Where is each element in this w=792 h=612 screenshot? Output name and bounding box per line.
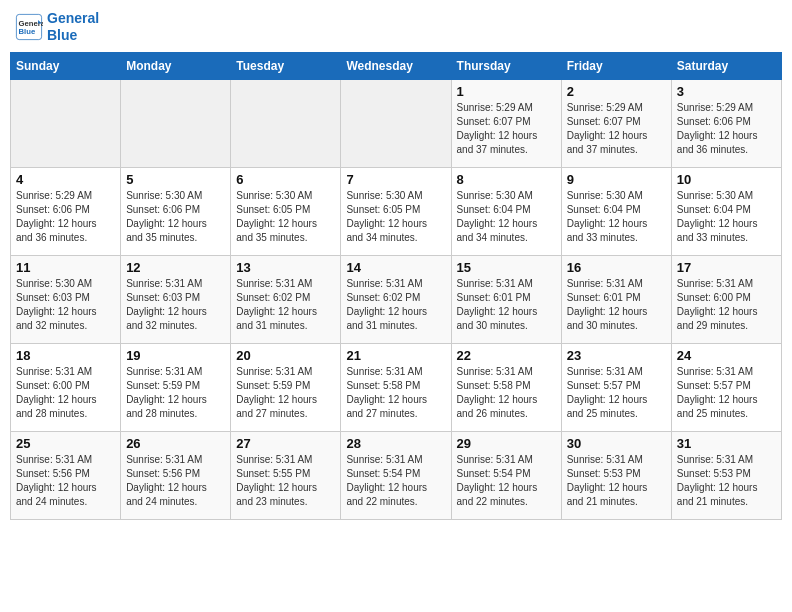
svg-text:Blue: Blue [19, 27, 36, 36]
day-info: Sunrise: 5:29 AM Sunset: 6:07 PM Dayligh… [457, 101, 556, 157]
day-info: Sunrise: 5:31 AM Sunset: 5:59 PM Dayligh… [236, 365, 335, 421]
day-number: 15 [457, 260, 556, 275]
weekday-header: Wednesday [341, 52, 451, 79]
day-info: Sunrise: 5:31 AM Sunset: 5:57 PM Dayligh… [567, 365, 666, 421]
calendar-cell: 13Sunrise: 5:31 AM Sunset: 6:02 PM Dayli… [231, 255, 341, 343]
day-number: 10 [677, 172, 776, 187]
calendar-cell: 6Sunrise: 5:30 AM Sunset: 6:05 PM Daylig… [231, 167, 341, 255]
day-info: Sunrise: 5:31 AM Sunset: 6:00 PM Dayligh… [677, 277, 776, 333]
calendar-week: 18Sunrise: 5:31 AM Sunset: 6:00 PM Dayli… [11, 343, 782, 431]
calendar-cell: 9Sunrise: 5:30 AM Sunset: 6:04 PM Daylig… [561, 167, 671, 255]
day-number: 18 [16, 348, 115, 363]
day-info: Sunrise: 5:31 AM Sunset: 6:01 PM Dayligh… [567, 277, 666, 333]
calendar-cell [121, 79, 231, 167]
day-info: Sunrise: 5:31 AM Sunset: 5:53 PM Dayligh… [677, 453, 776, 509]
day-number: 9 [567, 172, 666, 187]
day-info: Sunrise: 5:30 AM Sunset: 6:04 PM Dayligh… [677, 189, 776, 245]
day-number: 3 [677, 84, 776, 99]
calendar-cell: 16Sunrise: 5:31 AM Sunset: 6:01 PM Dayli… [561, 255, 671, 343]
calendar-cell: 7Sunrise: 5:30 AM Sunset: 6:05 PM Daylig… [341, 167, 451, 255]
day-number: 8 [457, 172, 556, 187]
day-number: 29 [457, 436, 556, 451]
calendar-week: 1Sunrise: 5:29 AM Sunset: 6:07 PM Daylig… [11, 79, 782, 167]
day-number: 23 [567, 348, 666, 363]
weekday-header: Monday [121, 52, 231, 79]
day-info: Sunrise: 5:31 AM Sunset: 6:02 PM Dayligh… [236, 277, 335, 333]
day-number: 14 [346, 260, 445, 275]
calendar-cell: 15Sunrise: 5:31 AM Sunset: 6:01 PM Dayli… [451, 255, 561, 343]
calendar-cell: 28Sunrise: 5:31 AM Sunset: 5:54 PM Dayli… [341, 431, 451, 519]
day-info: Sunrise: 5:31 AM Sunset: 5:57 PM Dayligh… [677, 365, 776, 421]
day-info: Sunrise: 5:29 AM Sunset: 6:06 PM Dayligh… [16, 189, 115, 245]
calendar-week: 11Sunrise: 5:30 AM Sunset: 6:03 PM Dayli… [11, 255, 782, 343]
day-info: Sunrise: 5:31 AM Sunset: 5:58 PM Dayligh… [457, 365, 556, 421]
calendar-cell: 23Sunrise: 5:31 AM Sunset: 5:57 PM Dayli… [561, 343, 671, 431]
calendar-cell: 24Sunrise: 5:31 AM Sunset: 5:57 PM Dayli… [671, 343, 781, 431]
weekday-header: Sunday [11, 52, 121, 79]
day-info: Sunrise: 5:30 AM Sunset: 6:05 PM Dayligh… [346, 189, 445, 245]
day-info: Sunrise: 5:30 AM Sunset: 6:04 PM Dayligh… [567, 189, 666, 245]
day-number: 16 [567, 260, 666, 275]
day-number: 17 [677, 260, 776, 275]
calendar-cell: 29Sunrise: 5:31 AM Sunset: 5:54 PM Dayli… [451, 431, 561, 519]
day-info: Sunrise: 5:31 AM Sunset: 5:59 PM Dayligh… [126, 365, 225, 421]
calendar-cell: 25Sunrise: 5:31 AM Sunset: 5:56 PM Dayli… [11, 431, 121, 519]
day-number: 28 [346, 436, 445, 451]
weekday-header: Saturday [671, 52, 781, 79]
day-info: Sunrise: 5:30 AM Sunset: 6:03 PM Dayligh… [16, 277, 115, 333]
day-info: Sunrise: 5:31 AM Sunset: 5:54 PM Dayligh… [346, 453, 445, 509]
logo: General Blue GeneralBlue [15, 10, 99, 44]
calendar-cell: 20Sunrise: 5:31 AM Sunset: 5:59 PM Dayli… [231, 343, 341, 431]
day-number: 2 [567, 84, 666, 99]
calendar-cell: 5Sunrise: 5:30 AM Sunset: 6:06 PM Daylig… [121, 167, 231, 255]
day-number: 27 [236, 436, 335, 451]
calendar-cell [11, 79, 121, 167]
calendar-cell: 8Sunrise: 5:30 AM Sunset: 6:04 PM Daylig… [451, 167, 561, 255]
calendar-week: 25Sunrise: 5:31 AM Sunset: 5:56 PM Dayli… [11, 431, 782, 519]
day-number: 22 [457, 348, 556, 363]
day-info: Sunrise: 5:31 AM Sunset: 5:56 PM Dayligh… [16, 453, 115, 509]
calendar-cell: 3Sunrise: 5:29 AM Sunset: 6:06 PM Daylig… [671, 79, 781, 167]
calendar-cell: 31Sunrise: 5:31 AM Sunset: 5:53 PM Dayli… [671, 431, 781, 519]
day-info: Sunrise: 5:31 AM Sunset: 6:00 PM Dayligh… [16, 365, 115, 421]
day-info: Sunrise: 5:31 AM Sunset: 6:02 PM Dayligh… [346, 277, 445, 333]
calendar-cell: 30Sunrise: 5:31 AM Sunset: 5:53 PM Dayli… [561, 431, 671, 519]
day-number: 1 [457, 84, 556, 99]
calendar-week: 4Sunrise: 5:29 AM Sunset: 6:06 PM Daylig… [11, 167, 782, 255]
calendar-cell [341, 79, 451, 167]
calendar-cell: 10Sunrise: 5:30 AM Sunset: 6:04 PM Dayli… [671, 167, 781, 255]
day-info: Sunrise: 5:31 AM Sunset: 6:01 PM Dayligh… [457, 277, 556, 333]
calendar-cell: 1Sunrise: 5:29 AM Sunset: 6:07 PM Daylig… [451, 79, 561, 167]
calendar-cell [231, 79, 341, 167]
calendar-cell: 17Sunrise: 5:31 AM Sunset: 6:00 PM Dayli… [671, 255, 781, 343]
day-info: Sunrise: 5:29 AM Sunset: 6:06 PM Dayligh… [677, 101, 776, 157]
day-number: 30 [567, 436, 666, 451]
day-info: Sunrise: 5:31 AM Sunset: 5:53 PM Dayligh… [567, 453, 666, 509]
day-number: 20 [236, 348, 335, 363]
day-number: 26 [126, 436, 225, 451]
day-info: Sunrise: 5:31 AM Sunset: 5:58 PM Dayligh… [346, 365, 445, 421]
day-info: Sunrise: 5:29 AM Sunset: 6:07 PM Dayligh… [567, 101, 666, 157]
weekday-header: Tuesday [231, 52, 341, 79]
day-number: 13 [236, 260, 335, 275]
logo-text: GeneralBlue [47, 10, 99, 44]
calendar-cell: 18Sunrise: 5:31 AM Sunset: 6:00 PM Dayli… [11, 343, 121, 431]
day-number: 21 [346, 348, 445, 363]
calendar-cell: 12Sunrise: 5:31 AM Sunset: 6:03 PM Dayli… [121, 255, 231, 343]
day-number: 11 [16, 260, 115, 275]
day-number: 7 [346, 172, 445, 187]
day-number: 5 [126, 172, 225, 187]
day-info: Sunrise: 5:30 AM Sunset: 6:04 PM Dayligh… [457, 189, 556, 245]
weekday-header: Friday [561, 52, 671, 79]
day-info: Sunrise: 5:31 AM Sunset: 6:03 PM Dayligh… [126, 277, 225, 333]
calendar-cell: 21Sunrise: 5:31 AM Sunset: 5:58 PM Dayli… [341, 343, 451, 431]
day-info: Sunrise: 5:30 AM Sunset: 6:05 PM Dayligh… [236, 189, 335, 245]
day-number: 19 [126, 348, 225, 363]
calendar-cell: 19Sunrise: 5:31 AM Sunset: 5:59 PM Dayli… [121, 343, 231, 431]
calendar-table: SundayMondayTuesdayWednesdayThursdayFrid… [10, 52, 782, 520]
day-number: 31 [677, 436, 776, 451]
logo-icon: General Blue [15, 13, 43, 41]
day-info: Sunrise: 5:31 AM Sunset: 5:54 PM Dayligh… [457, 453, 556, 509]
page-header: General Blue GeneralBlue [10, 10, 782, 44]
calendar-cell: 2Sunrise: 5:29 AM Sunset: 6:07 PM Daylig… [561, 79, 671, 167]
